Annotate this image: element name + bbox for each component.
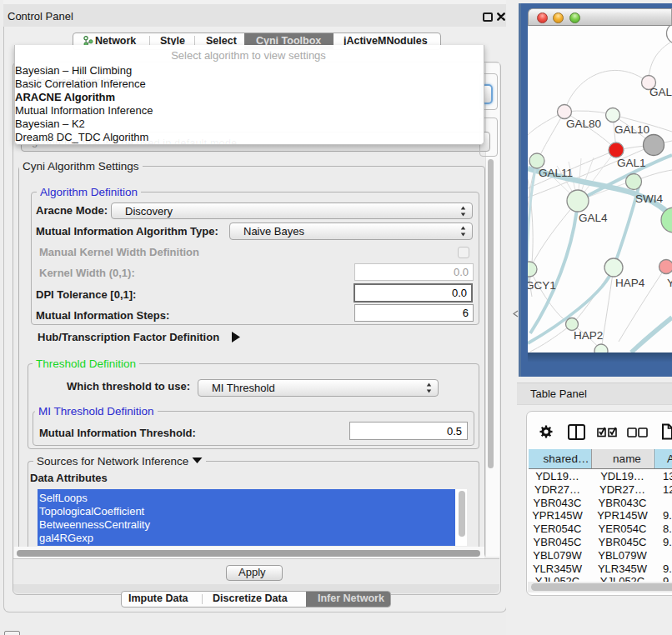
svg-text:GAL8: GAL8 (649, 86, 672, 98)
svg-text:SWI4: SWI4 (635, 192, 663, 205)
svg-text:GAL10: GAL10 (614, 123, 649, 136)
svg-text:Y: Y (667, 277, 672, 289)
svg-text:GAL80: GAL80 (566, 118, 601, 130)
svg-text:GCY1: GCY1 (528, 279, 556, 292)
svg-text:HAP4: HAP4 (615, 277, 645, 289)
svg-text:GAL4: GAL4 (579, 212, 608, 224)
svg-text:GAL1: GAL1 (617, 157, 646, 169)
svg-text:HAP2: HAP2 (574, 329, 603, 342)
svg-text:GAL11: GAL11 (539, 167, 573, 179)
